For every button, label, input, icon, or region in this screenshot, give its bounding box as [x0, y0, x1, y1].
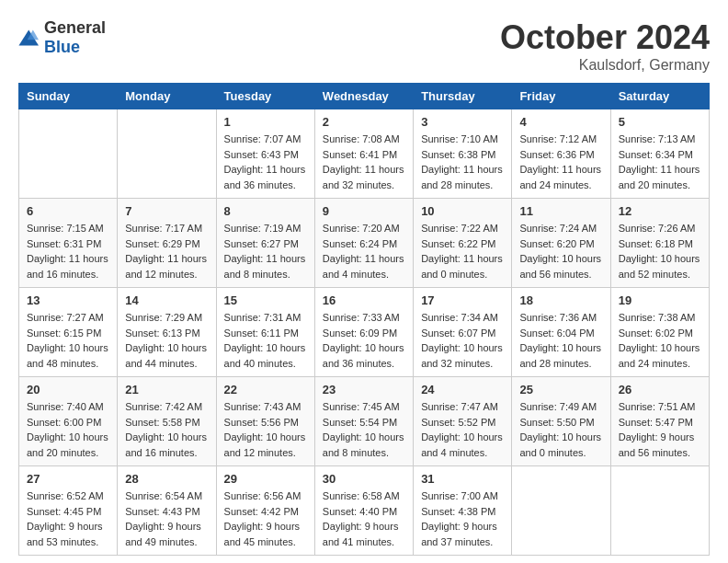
header: General Blue October 2024 Kaulsdorf, Ger… — [18, 18, 710, 74]
week-row-3: 20Sunrise: 7:40 AMSunset: 6:00 PMDayligh… — [19, 377, 710, 466]
day-number: 31 — [421, 472, 504, 486]
day-number: 30 — [323, 472, 405, 486]
day-number: 24 — [421, 383, 504, 396]
day-info: Sunrise: 7:47 AMSunset: 5:52 PMDaylight:… — [421, 399, 504, 460]
day-info: Sunrise: 6:52 AMSunset: 4:45 PMDaylight:… — [27, 488, 109, 549]
day-info: Sunrise: 6:58 AMSunset: 4:40 PMDaylight:… — [323, 488, 405, 549]
day-info: Sunrise: 7:17 AMSunset: 6:29 PMDaylight:… — [125, 221, 208, 282]
day-number: 27 — [27, 472, 109, 486]
week-row-1: 6Sunrise: 7:15 AMSunset: 6:31 PMDaylight… — [19, 199, 710, 288]
day-number: 28 — [125, 472, 208, 486]
day-number: 11 — [519, 204, 602, 218]
calendar-cell: 4Sunrise: 7:12 AMSunset: 6:36 PMDaylight… — [512, 109, 610, 199]
calendar-cell: 13Sunrise: 7:27 AMSunset: 6:15 PMDayligh… — [19, 288, 118, 377]
day-info: Sunrise: 7:15 AMSunset: 6:31 PMDaylight:… — [27, 221, 109, 282]
day-info: Sunrise: 7:19 AMSunset: 6:27 PMDaylight:… — [224, 221, 307, 282]
week-row-4: 27Sunrise: 6:52 AMSunset: 4:45 PMDayligh… — [19, 466, 710, 556]
calendar-cell: 23Sunrise: 7:45 AMSunset: 5:54 PMDayligh… — [314, 377, 413, 466]
calendar-cell — [118, 109, 216, 199]
location-title: Kaulsdorf, Germany — [500, 57, 710, 74]
day-number: 4 — [519, 115, 602, 129]
weekday-header-saturday: Saturday — [610, 84, 709, 109]
day-number: 13 — [27, 293, 109, 307]
calendar-cell: 1Sunrise: 7:07 AMSunset: 6:43 PMDaylight… — [216, 109, 314, 199]
calendar-cell: 8Sunrise: 7:19 AMSunset: 6:27 PMDaylight… — [216, 199, 314, 288]
day-info: Sunrise: 7:13 AMSunset: 6:34 PMDaylight:… — [619, 132, 701, 192]
day-info: Sunrise: 6:54 AMSunset: 4:43 PMDaylight:… — [125, 488, 208, 549]
day-number: 21 — [125, 383, 208, 396]
calendar-cell: 10Sunrise: 7:22 AMSunset: 6:22 PMDayligh… — [414, 199, 512, 288]
day-number: 2 — [323, 115, 405, 129]
weekday-header-sunday: Sunday — [19, 84, 118, 109]
calendar-table: SundayMondayTuesdayWednesdayThursdayFrid… — [18, 83, 710, 556]
day-info: Sunrise: 7:34 AMSunset: 6:07 PMDaylight:… — [421, 310, 504, 371]
weekday-header-wednesday: Wednesday — [314, 84, 413, 109]
calendar-cell: 30Sunrise: 6:58 AMSunset: 4:40 PMDayligh… — [314, 466, 413, 556]
calendar-cell: 17Sunrise: 7:34 AMSunset: 6:07 PMDayligh… — [414, 288, 512, 377]
day-info: Sunrise: 7:45 AMSunset: 5:54 PMDaylight:… — [323, 399, 405, 460]
day-number: 14 — [125, 293, 208, 307]
day-number: 29 — [224, 472, 307, 486]
day-number: 10 — [421, 204, 504, 218]
logo-icon — [18, 29, 40, 47]
day-info: Sunrise: 7:38 AMSunset: 6:02 PMDaylight:… — [619, 310, 701, 371]
calendar-cell: 14Sunrise: 7:29 AMSunset: 6:13 PMDayligh… — [118, 288, 216, 377]
day-number: 3 — [421, 115, 504, 129]
day-number: 18 — [519, 293, 602, 307]
day-info: Sunrise: 7:24 AMSunset: 6:20 PMDaylight:… — [519, 221, 602, 282]
month-title: October 2024 — [500, 18, 710, 57]
calendar-cell: 29Sunrise: 6:56 AMSunset: 4:42 PMDayligh… — [216, 466, 314, 556]
calendar-cell: 27Sunrise: 6:52 AMSunset: 4:45 PMDayligh… — [19, 466, 118, 556]
day-number: 6 — [27, 204, 109, 218]
calendar-cell: 2Sunrise: 7:08 AMSunset: 6:41 PMDaylight… — [314, 109, 413, 199]
calendar-cell: 11Sunrise: 7:24 AMSunset: 6:20 PMDayligh… — [512, 199, 610, 288]
calendar-cell: 21Sunrise: 7:42 AMSunset: 5:58 PMDayligh… — [118, 377, 216, 466]
day-number: 20 — [27, 383, 109, 396]
day-info: Sunrise: 7:43 AMSunset: 5:56 PMDaylight:… — [224, 399, 307, 460]
calendar-cell: 16Sunrise: 7:33 AMSunset: 6:09 PMDayligh… — [314, 288, 413, 377]
logo-blue: Blue — [44, 38, 80, 56]
weekday-header-thursday: Thursday — [414, 84, 512, 109]
logo: General Blue — [18, 18, 106, 57]
day-info: Sunrise: 7:29 AMSunset: 6:13 PMDaylight:… — [125, 310, 208, 371]
calendar-cell — [19, 109, 118, 199]
day-number: 8 — [224, 204, 307, 218]
week-row-2: 13Sunrise: 7:27 AMSunset: 6:15 PMDayligh… — [19, 288, 710, 377]
calendar-cell: 25Sunrise: 7:49 AMSunset: 5:50 PMDayligh… — [512, 377, 610, 466]
day-number: 17 — [421, 293, 504, 307]
day-info: Sunrise: 7:26 AMSunset: 6:18 PMDaylight:… — [619, 221, 701, 282]
calendar-cell: 18Sunrise: 7:36 AMSunset: 6:04 PMDayligh… — [512, 288, 610, 377]
weekday-header-monday: Monday — [118, 84, 216, 109]
calendar-cell: 15Sunrise: 7:31 AMSunset: 6:11 PMDayligh… — [216, 288, 314, 377]
weekday-header-friday: Friday — [512, 84, 610, 109]
day-info: Sunrise: 7:07 AMSunset: 6:43 PMDaylight:… — [224, 132, 307, 192]
day-info: Sunrise: 7:27 AMSunset: 6:15 PMDaylight:… — [27, 310, 109, 371]
day-info: Sunrise: 7:12 AMSunset: 6:36 PMDaylight:… — [519, 132, 602, 192]
calendar-cell: 19Sunrise: 7:38 AMSunset: 6:02 PMDayligh… — [610, 288, 709, 377]
day-number: 12 — [619, 204, 701, 218]
day-info: Sunrise: 7:10 AMSunset: 6:38 PMDaylight:… — [421, 132, 504, 192]
calendar-cell: 22Sunrise: 7:43 AMSunset: 5:56 PMDayligh… — [216, 377, 314, 466]
calendar-cell: 12Sunrise: 7:26 AMSunset: 6:18 PMDayligh… — [610, 199, 709, 288]
calendar-cell: 31Sunrise: 7:00 AMSunset: 4:38 PMDayligh… — [414, 466, 512, 556]
day-info: Sunrise: 7:51 AMSunset: 5:47 PMDaylight:… — [619, 399, 701, 460]
day-number: 19 — [619, 293, 701, 307]
weekday-header-row: SundayMondayTuesdayWednesdayThursdayFrid… — [19, 84, 710, 109]
calendar-cell: 7Sunrise: 7:17 AMSunset: 6:29 PMDaylight… — [118, 199, 216, 288]
weekday-header-tuesday: Tuesday — [216, 84, 314, 109]
day-number: 1 — [224, 115, 307, 129]
day-number: 16 — [323, 293, 405, 307]
day-info: Sunrise: 7:33 AMSunset: 6:09 PMDaylight:… — [323, 310, 405, 371]
calendar-cell: 6Sunrise: 7:15 AMSunset: 6:31 PMDaylight… — [19, 199, 118, 288]
calendar-cell: 3Sunrise: 7:10 AMSunset: 6:38 PMDaylight… — [414, 109, 512, 199]
calendar-cell: 28Sunrise: 6:54 AMSunset: 4:43 PMDayligh… — [118, 466, 216, 556]
day-info: Sunrise: 7:08 AMSunset: 6:41 PMDaylight:… — [323, 132, 405, 192]
day-info: Sunrise: 7:00 AMSunset: 4:38 PMDaylight:… — [421, 488, 504, 549]
day-number: 22 — [224, 383, 307, 396]
day-number: 15 — [224, 293, 307, 307]
calendar-cell — [610, 466, 709, 556]
day-info: Sunrise: 7:42 AMSunset: 5:58 PMDaylight:… — [125, 399, 208, 460]
day-info: Sunrise: 7:20 AMSunset: 6:24 PMDaylight:… — [323, 221, 405, 282]
day-info: Sunrise: 6:56 AMSunset: 4:42 PMDaylight:… — [224, 488, 307, 549]
day-number: 23 — [323, 383, 405, 396]
